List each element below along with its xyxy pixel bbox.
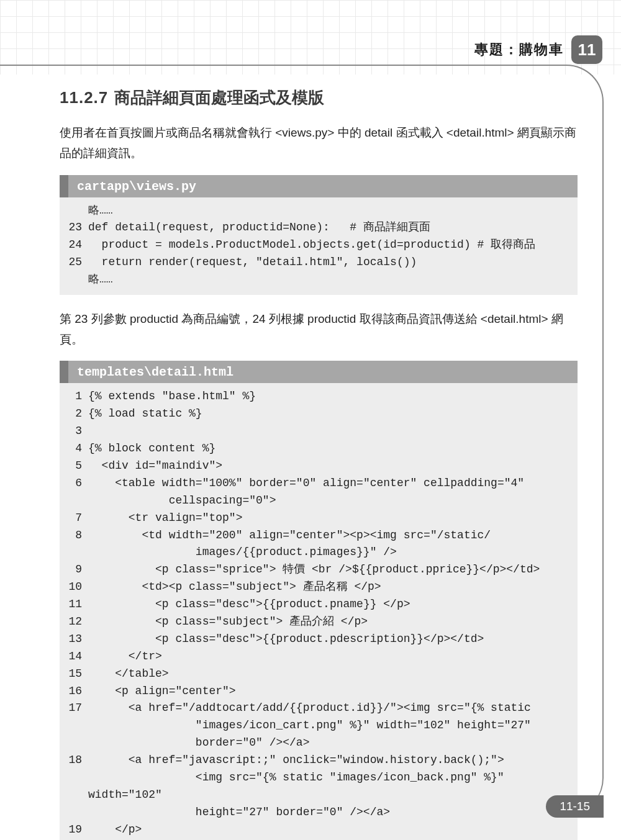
code-line: 15 </table> — [67, 666, 570, 683]
code-line: 12 <p class="subject"> 產品介紹 </p> — [67, 613, 570, 631]
code-line: 6 <table width="100%" border="0" align="… — [67, 475, 570, 510]
line-number: 7 — [67, 510, 88, 527]
line-number: 25 — [67, 254, 88, 271]
code-line: 9 <p class="sprice"> 特價 <br />${{product… — [67, 561, 570, 579]
line-number: 18 — [67, 752, 88, 821]
code-text: <div id="maindiv"> — [88, 458, 570, 475]
code-text: <p class="subject"> 產品介紹 </p> — [88, 613, 570, 631]
line-number: 9 — [67, 561, 88, 579]
code-line: 2{% load static %} — [67, 405, 570, 423]
code-text: <p class="sprice"> 特價 <br />${{product.p… — [88, 561, 570, 579]
code-line: 1{% extends "base.html" %} — [67, 388, 570, 405]
code-line: 24 product = models.ProductModel.objects… — [67, 237, 570, 254]
line-number: 10 — [67, 579, 88, 596]
chapter-header: 專題：購物車 11 — [0, 35, 621, 65]
line-number — [67, 271, 88, 289]
code-file-header-2: templates\detail.html — [60, 361, 578, 383]
code-text: <a href="/addtocart/add/{{product.id}}/"… — [88, 700, 570, 752]
line-number: 5 — [67, 458, 88, 475]
chapter-number-badge: 11 — [571, 35, 602, 64]
line-number: 24 — [67, 237, 88, 254]
line-number: 3 — [67, 423, 88, 440]
mid-paragraph: 第 23 列參數 productid 為商品編號，24 列根據 producti… — [60, 309, 578, 350]
line-number: 1 — [67, 388, 88, 405]
code-text: <td width="200" align="center"><p><img s… — [88, 527, 570, 562]
code-line: 5 <div id="maindiv"> — [67, 458, 570, 475]
code-line: 18 <a href="javascript:;" onclick="windo… — [67, 752, 570, 821]
code-line: 10 <td><p class="subject"> 產品名稱 </p> — [67, 579, 570, 596]
line-number: 16 — [67, 683, 88, 700]
line-number: 8 — [67, 527, 88, 562]
line-number: 6 — [67, 475, 88, 510]
section-number: 11.2.7 — [60, 88, 108, 107]
code-text: product = models.ProductModel.objects.ge… — [88, 237, 570, 254]
code-block-1: 略……23def detail(request, productid=None)… — [60, 197, 578, 295]
code-line: 7 <tr valign="top"> — [67, 510, 570, 527]
line-number: 17 — [67, 700, 88, 752]
code-text: def detail(request, productid=None): # 商… — [88, 219, 570, 237]
intro-paragraph: 使用者在首頁按圖片或商品名稱就會執行 <views.py> 中的 detail … — [60, 122, 578, 164]
code-text: 略…… — [88, 202, 570, 220]
code-text: {% extends "base.html" %} — [88, 388, 570, 405]
code-line: 17 <a href="/addtocart/add/{{product.id}… — [67, 700, 570, 752]
code-line: 23def detail(request, productid=None): #… — [67, 219, 570, 237]
code-text: </tr> — [88, 648, 570, 666]
code-text: {% block content %} — [88, 440, 570, 458]
page-number-badge: 11-15 — [546, 795, 604, 818]
code-line: 19 </p> — [67, 821, 570, 839]
code-line: 16 <p align="center"> — [67, 683, 570, 700]
code-text: 略…… — [88, 271, 570, 289]
code-text: <p class="desc">{{product.pname}} </p> — [88, 596, 570, 613]
line-number: 19 — [67, 821, 88, 839]
code-line: 25 return render(request, "detail.html",… — [67, 254, 570, 271]
line-number: 11 — [67, 596, 88, 613]
code-text: {% load static %} — [88, 405, 570, 423]
line-number: 2 — [67, 405, 88, 423]
code-text: </table> — [88, 666, 570, 683]
code-text: </p> — [88, 821, 570, 839]
code-text: return render(request, "detail.html", lo… — [88, 254, 570, 271]
code-line: 略…… — [67, 271, 570, 289]
line-number: 15 — [67, 666, 88, 683]
code-block-2: 1{% extends "base.html" %}2{% load stati… — [60, 383, 578, 840]
line-number: 13 — [67, 631, 88, 648]
page-content: 11.2.7商品詳細頁面處理函式及模版 使用者在首頁按圖片或商品名稱就會執行 <… — [60, 87, 578, 840]
code-text: <p class="desc">{{product.pdescription}}… — [88, 631, 570, 648]
code-text: <a href="javascript:;" onclick="window.h… — [88, 752, 570, 821]
code-line: 8 <td width="200" align="center"><p><img… — [67, 527, 570, 562]
code-text: <td><p class="subject"> 產品名稱 </p> — [88, 579, 570, 596]
section-title-text: 商品詳細頁面處理函式及模版 — [114, 88, 324, 107]
code-file-header-1: cartapp\views.py — [60, 175, 578, 197]
section-heading: 11.2.7商品詳細頁面處理函式及模版 — [60, 87, 578, 109]
code-text: <tr valign="top"> — [88, 510, 570, 527]
code-text: <table width="100%" border="0" align="ce… — [88, 475, 570, 510]
code-line: 11 <p class="desc">{{product.pname}} </p… — [67, 596, 570, 613]
line-number: 4 — [67, 440, 88, 458]
line-number: 23 — [67, 219, 88, 237]
code-text — [88, 423, 570, 440]
chapter-label: 專題：購物車 — [474, 40, 564, 59]
code-line: 13 <p class="desc">{{product.pdescriptio… — [67, 631, 570, 648]
line-number — [67, 202, 88, 220]
line-number: 14 — [67, 648, 88, 666]
line-number: 12 — [67, 613, 88, 631]
code-line: 4{% block content %} — [67, 440, 570, 458]
code-line: 略…… — [67, 202, 570, 220]
code-line: 3 — [67, 423, 570, 440]
code-text: <p align="center"> — [88, 683, 570, 700]
code-line: 14 </tr> — [67, 648, 570, 666]
